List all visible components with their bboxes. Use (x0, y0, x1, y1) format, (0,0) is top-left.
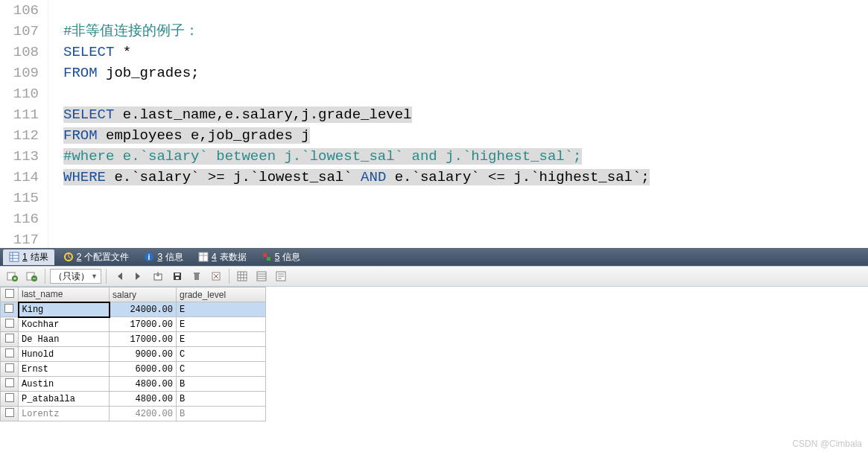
cell-salary[interactable]: 4200.00 (110, 407, 177, 421)
row-checkbox-cell[interactable] (1, 407, 19, 421)
svg-text:i: i (148, 253, 151, 261)
cell-grade-level[interactable]: E (177, 332, 266, 347)
table-row[interactable]: King24000.00E (1, 302, 266, 317)
readonly-combo[interactable]: （只读） ▼ (50, 269, 101, 284)
cell-salary[interactable]: 17000.00 (110, 332, 177, 347)
sql-keyword: AND (361, 169, 386, 185)
code-line: SELECT * (63, 42, 868, 63)
cell-salary[interactable]: 9000.00 (110, 347, 177, 362)
line-number: 110 (0, 83, 39, 104)
column-header-gradelevel[interactable]: grade_level (177, 287, 266, 302)
cell-last-name[interactable]: King (19, 302, 110, 317)
save-button[interactable] (169, 268, 186, 284)
column-header-salary[interactable]: salary (110, 287, 177, 302)
tab-profiles[interactable]: 2 个配置文件 (57, 249, 136, 265)
table-row[interactable]: Ernst6000.00C (1, 362, 266, 377)
result-grid[interactable]: last_name salary grade_level King24000.0… (0, 287, 868, 421)
grid-view-button[interactable] (234, 268, 250, 284)
row-checkbox-cell[interactable] (1, 332, 19, 347)
delete-button[interactable] (189, 268, 205, 284)
svg-rect-11 (267, 257, 270, 261)
cell-last-name[interactable]: Kochhar (19, 317, 110, 332)
tab-results[interactable]: 1 结果 (3, 249, 54, 265)
cancel-button[interactable] (208, 268, 224, 284)
code-line: WHERE e.`salary` >= j.`lowest_sal` AND e… (63, 167, 868, 188)
table-row[interactable]: De Haan17000.00E (1, 332, 266, 347)
checkbox-icon (5, 289, 14, 298)
checkbox-icon (5, 334, 14, 343)
cell-last-name[interactable]: De Haan (19, 332, 110, 347)
cell-salary[interactable]: 4800.00 (110, 377, 177, 392)
first-record-button[interactable] (111, 268, 127, 284)
cell-salary[interactable]: 17000.00 (110, 317, 177, 332)
cell-grade-level[interactable]: E (177, 317, 266, 332)
table-row[interactable]: Kochhar17000.00E (1, 317, 266, 332)
header-checkbox-cell[interactable] (1, 287, 19, 302)
row-checkbox-cell[interactable] (1, 392, 19, 407)
flag-icon (262, 252, 272, 262)
cell-last-name[interactable]: P_ataballa (19, 392, 110, 407)
cell-last-name[interactable]: Ernst (19, 362, 110, 377)
toolbar-separator (106, 269, 107, 284)
result-tab-bar: 1 结果 2 个配置文件 i 3 信息 4 表数据 5 信息 (0, 248, 868, 266)
checkbox-icon (5, 408, 14, 417)
table-row[interactable]: Hunold9000.00C (1, 347, 266, 362)
form-view-button[interactable] (253, 268, 270, 284)
cell-last-name[interactable]: Hunold (19, 347, 110, 362)
checkbox-icon (4, 304, 13, 313)
cell-grade-level[interactable]: B (177, 407, 266, 421)
row-checkbox-cell[interactable] (1, 362, 19, 377)
code-line (63, 229, 868, 250)
line-number: 116 (0, 209, 39, 229)
tab-info2[interactable]: 5 信息 (256, 249, 307, 265)
svg-rect-23 (238, 272, 247, 281)
svg-rect-0 (10, 252, 19, 261)
code-line: #where e.`salary` between j.`lowest_sal`… (63, 146, 868, 167)
checkbox-icon (5, 378, 14, 387)
tab-tabledata[interactable]: 4 表数据 (192, 249, 253, 265)
row-checkbox-cell[interactable] (1, 302, 19, 317)
grid-icon (9, 252, 19, 262)
cell-grade-level[interactable]: C (177, 347, 266, 362)
code-line (63, 188, 868, 209)
line-number: 114 (0, 167, 39, 188)
text-view-button[interactable] (273, 268, 289, 284)
cell-salary[interactable]: 4800.00 (110, 392, 177, 407)
cell-grade-level[interactable]: B (177, 377, 266, 392)
sql-keyword: FROM (63, 127, 98, 144)
cell-grade-level[interactable]: B (177, 392, 266, 407)
cell-last-name[interactable]: Austin (19, 377, 110, 392)
add-row-button[interactable] (4, 268, 21, 284)
code-line (63, 83, 868, 104)
svg-rect-19 (176, 277, 179, 279)
profile-icon (63, 252, 74, 262)
cell-grade-level[interactable]: C (177, 362, 266, 377)
cell-salary[interactable]: 6000.00 (110, 362, 177, 377)
line-number: 108 (0, 42, 39, 63)
table-row[interactable]: Lorentz4200.00B (1, 407, 266, 421)
cell-last-name[interactable]: Lorentz (19, 407, 110, 421)
row-checkbox-cell[interactable] (1, 377, 19, 392)
checkbox-icon (5, 348, 14, 357)
line-number: 111 (0, 104, 39, 125)
cell-grade-level[interactable]: E (177, 302, 266, 317)
row-checkbox-cell[interactable] (1, 317, 19, 332)
chevron-down-icon: ▼ (91, 273, 98, 280)
table-row[interactable]: P_ataballa4800.00B (1, 392, 266, 407)
line-number: 107 (0, 21, 39, 42)
checkbox-icon (5, 393, 14, 402)
sql-comment: #非等值连接的例子： (63, 23, 199, 39)
code-line: FROM employees e,job_grades j (63, 125, 868, 146)
duplicate-row-button[interactable] (24, 268, 40, 284)
sql-keyword: WHERE (63, 169, 106, 185)
svg-rect-10 (263, 253, 267, 257)
table-row[interactable]: Austin4800.00B (1, 377, 266, 392)
tab-info[interactable]: i 3 信息 (138, 249, 189, 265)
export-button[interactable] (150, 268, 166, 284)
column-header-lastname[interactable]: last_name (19, 287, 110, 302)
cell-salary[interactable]: 24000.00 (110, 302, 177, 317)
row-checkbox-cell[interactable] (1, 347, 19, 362)
last-record-button[interactable] (130, 268, 147, 284)
code-content[interactable]: #非等值连接的例子：SELECT *FROM job_grades; SELEC… (48, 0, 868, 248)
result-toolbar: （只读） ▼ (0, 266, 868, 287)
